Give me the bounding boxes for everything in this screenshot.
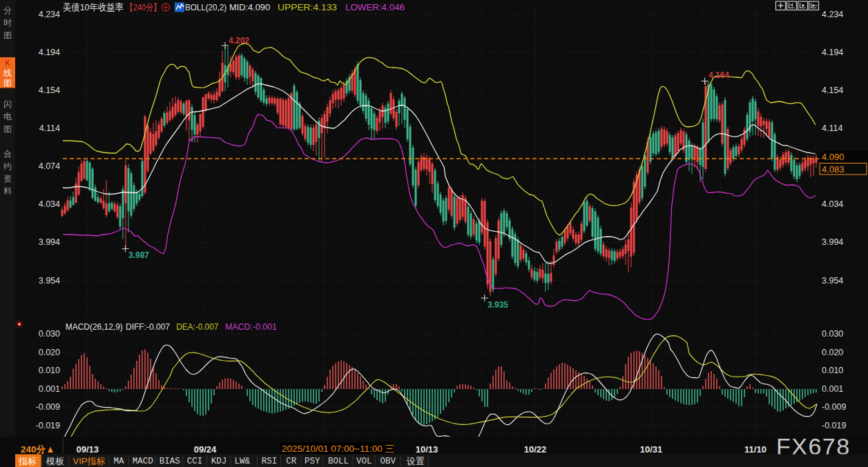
svg-text:闪: 闪 [3,99,12,109]
svg-text:3.987: 3.987 [128,250,149,260]
svg-text:4.034: 4.034 [39,199,60,209]
svg-text:约: 约 [3,161,12,171]
svg-text:10/31: 10/31 [640,444,663,455]
svg-text:BIAS: BIAS [160,457,180,466]
svg-text:美债10年收益率: 美债10年收益率 [63,2,124,12]
svg-text:0.030: 0.030 [39,329,60,339]
svg-text:料: 料 [3,186,12,196]
svg-text:4.154: 4.154 [39,86,60,95]
svg-text:时: 时 [3,18,12,28]
svg-text:MACD: MACD [133,457,153,466]
svg-text:-0.009: -0.009 [822,402,846,412]
svg-text:11/10: 11/10 [744,444,766,455]
svg-text:2025/10/01 07:00~11:00 三: 2025/10/01 07:00~11:00 三 [282,444,394,454]
svg-text:CCI: CCI [187,457,203,466]
svg-text:LW&: LW& [234,457,250,466]
svg-text:3.994: 3.994 [39,237,60,247]
svg-text:模板: 模板 [46,456,64,466]
svg-text:4.234: 4.234 [822,10,843,19]
svg-text:UPPER:4.133: UPPER:4.133 [278,2,337,12]
svg-text:4.194: 4.194 [822,48,843,57]
svg-text:图: 图 [3,78,12,88]
svg-text:VOL: VOL [356,457,372,466]
svg-text:KDJ: KDJ [211,457,227,466]
svg-text:0.010: 0.010 [39,366,60,375]
svg-text:0.020: 0.020 [822,348,843,357]
svg-text:4.034: 4.034 [822,199,843,209]
svg-text:-0.019: -0.019 [36,421,60,430]
svg-text:10/22: 10/22 [524,444,547,455]
svg-text:线: 线 [3,68,12,78]
svg-text:分: 分 [3,6,12,15]
svg-text:CR: CR [286,457,297,466]
svg-text:0.030: 0.030 [822,329,843,339]
svg-text:BOLL: BOLL [328,457,349,466]
svg-text:LOWER:4.046: LOWER:4.046 [345,2,405,12]
svg-text:资: 资 [3,174,12,183]
svg-text:0.001: 0.001 [39,384,60,394]
svg-text:MACD:-0.001: MACD:-0.001 [225,321,277,332]
svg-text:4.202: 4.202 [229,36,249,46]
svg-text:0.010: 0.010 [822,366,843,375]
svg-text:3.994: 3.994 [822,237,843,247]
svg-text:指标: 指标 [18,456,37,466]
svg-text:4.194: 4.194 [39,48,60,57]
svg-text:4.074: 4.074 [39,161,60,171]
svg-text:K: K [5,59,10,67]
svg-text:RSI: RSI [262,457,278,466]
svg-text:OBV: OBV [380,457,396,466]
svg-text:3.935: 3.935 [488,300,508,310]
svg-text:3.954: 3.954 [822,276,843,286]
svg-text:4.114: 4.114 [822,123,842,133]
svg-text:BOLL(20,2): BOLL(20,2) [185,2,226,12]
svg-text:0.020: 0.020 [39,348,60,357]
svg-text:PSY: PSY [305,457,320,466]
svg-text:VIP指标: VIP指标 [73,456,106,466]
svg-text:MID:4.090: MID:4.090 [229,2,270,12]
svg-text:DIFF:-0.007: DIFF:-0.007 [126,321,170,332]
svg-text:4.083: 4.083 [822,164,845,175]
svg-text:【240分】: 【240分】 [126,2,161,12]
svg-text:0.001: 0.001 [822,384,843,394]
svg-text:240分: 240分 [21,444,46,455]
svg-text:09/13: 09/13 [76,444,99,455]
svg-text:3.954: 3.954 [39,276,60,286]
svg-text:4.114: 4.114 [39,123,60,133]
svg-text:图: 图 [3,30,12,40]
svg-text:09/24: 09/24 [194,444,217,455]
svg-text:4.154: 4.154 [822,86,843,95]
svg-text:电: 电 [3,112,12,121]
svg-text:DEA:-0.007: DEA:-0.007 [176,321,218,332]
svg-text:4.234: 4.234 [39,10,60,19]
svg-text:-0.019: -0.019 [822,421,846,430]
svg-text:MACD(26,12,9): MACD(26,12,9) [66,321,123,332]
svg-text:4.164: 4.164 [708,70,729,80]
svg-text:-0.009: -0.009 [36,402,60,412]
svg-text:10/13: 10/13 [416,444,438,455]
svg-text:图: 图 [3,124,12,134]
svg-text:设置: 设置 [407,456,425,466]
svg-text:合: 合 [3,149,12,159]
svg-text:4.090: 4.090 [822,152,845,162]
svg-text:MA: MA [113,457,124,466]
